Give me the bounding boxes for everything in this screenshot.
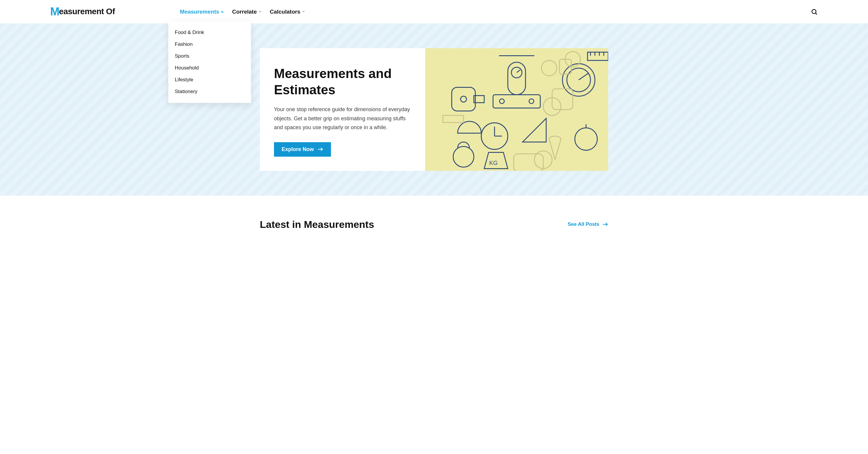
see-all-posts-link[interactable]: See All Posts <box>568 221 608 227</box>
dropdown-item-sports[interactable]: Sports <box>168 50 251 62</box>
measurements-dropdown: Food & Drink Fashion Sports Household Li… <box>168 21 251 103</box>
dropdown-item-food-drink[interactable]: Food & Drink <box>168 27 251 38</box>
nav-item-measurements[interactable]: Measurements <box>180 8 224 15</box>
latest-section: Latest in Measurements See All Posts <box>260 196 608 239</box>
arrow-right-icon <box>602 222 608 226</box>
arrow-right-icon <box>317 147 323 151</box>
search-icon <box>811 8 818 16</box>
explore-now-button[interactable]: Explore Now <box>274 142 331 157</box>
logo-letter-m: M <box>50 5 59 18</box>
hero-title: Measurements and Estimates <box>274 65 411 98</box>
chevron-down-icon <box>302 11 305 12</box>
see-all-label: See All Posts <box>568 221 599 227</box>
top-nav: Measurement Of Measurements Correlate Ca… <box>0 0 868 23</box>
cta-label: Explore Now <box>282 146 314 152</box>
latest-heading: Latest in Measurements <box>260 219 374 230</box>
svg-text:KG: KG <box>489 160 498 166</box>
nav-label: Correlate <box>232 8 256 15</box>
hero-text-card: Measurements and Estimates Your one stop… <box>260 48 425 171</box>
primary-nav: Measurements Correlate Calculators <box>180 8 305 15</box>
hero-section: Measurements and Estimates Your one stop… <box>0 23 868 196</box>
dropdown-item-household[interactable]: Household <box>168 62 251 74</box>
nav-item-calculators[interactable]: Calculators <box>270 8 305 15</box>
dropdown-item-stationery[interactable]: Stationery <box>168 86 251 97</box>
logo-rest: easurement Of <box>59 7 115 16</box>
svg-point-0 <box>812 9 816 13</box>
dropdown-item-fashion[interactable]: Fashion <box>168 38 251 50</box>
nav-label: Measurements <box>180 8 219 15</box>
svg-line-1 <box>816 13 817 15</box>
chevron-down-icon <box>259 11 261 12</box>
hero-illustration: KG <box>425 48 608 171</box>
search-button[interactable] <box>811 8 818 16</box>
site-logo[interactable]: Measurement Of <box>50 5 115 18</box>
hero-inner: Measurements and Estimates Your one stop… <box>260 48 608 171</box>
nav-label: Calculators <box>270 8 300 15</box>
hero-description: Your one stop reference guide for dimens… <box>274 105 411 132</box>
chevron-up-icon <box>221 11 224 12</box>
measurement-tools-illustration: KG <box>425 48 608 171</box>
dropdown-item-lifestyle[interactable]: Lifestyle <box>168 74 251 86</box>
nav-item-correlate[interactable]: Correlate <box>232 8 261 15</box>
